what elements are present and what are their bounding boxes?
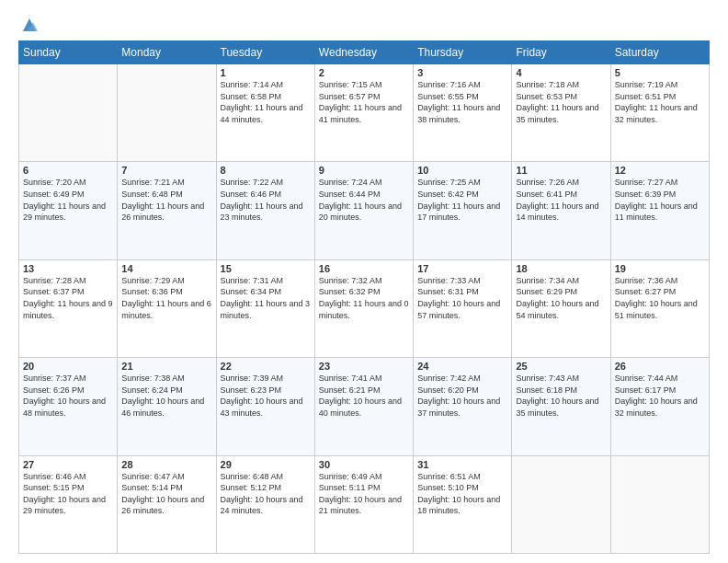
- calendar-cell: 18Sunrise: 7:34 AM Sunset: 6:29 PM Dayli…: [512, 259, 610, 357]
- calendar-day-header: Thursday: [414, 41, 512, 64]
- calendar-cell: 6Sunrise: 7:20 AM Sunset: 6:49 PM Daylig…: [19, 162, 118, 259]
- header: [18, 17, 710, 31]
- day-number: 11: [516, 165, 606, 176]
- day-number: 27: [23, 459, 113, 470]
- day-info: Sunrise: 7:44 AM Sunset: 6:17 PM Dayligh…: [615, 373, 705, 419]
- day-info: Sunrise: 7:15 AM Sunset: 6:57 PM Dayligh…: [319, 79, 409, 125]
- calendar-cell: 31Sunrise: 6:51 AM Sunset: 5:10 PM Dayli…: [414, 455, 512, 553]
- day-number: 7: [121, 165, 211, 176]
- calendar-cell: 30Sunrise: 6:49 AM Sunset: 5:11 PM Dayli…: [314, 455, 413, 553]
- day-number: 10: [417, 165, 507, 176]
- day-info: Sunrise: 7:21 AM Sunset: 6:48 PM Dayligh…: [121, 177, 211, 223]
- calendar-week-row: 20Sunrise: 7:37 AM Sunset: 6:26 PM Dayli…: [19, 358, 710, 455]
- calendar-cell: 3Sunrise: 7:16 AM Sunset: 6:55 PM Daylig…: [414, 64, 512, 162]
- calendar-cell: 13Sunrise: 7:28 AM Sunset: 6:37 PM Dayli…: [19, 259, 118, 357]
- page: SundayMondayTuesdayWednesdayThursdayFrid…: [0, 0, 728, 563]
- calendar-cell: 11Sunrise: 7:26 AM Sunset: 6:41 PM Dayli…: [512, 162, 610, 259]
- calendar-cell: 16Sunrise: 7:32 AM Sunset: 6:32 PM Dayli…: [314, 259, 413, 357]
- calendar-cell: [512, 455, 610, 553]
- calendar-cell: [610, 455, 709, 553]
- calendar-cell: 14Sunrise: 7:29 AM Sunset: 6:36 PM Dayli…: [118, 259, 216, 357]
- calendar-cell: 1Sunrise: 7:14 AM Sunset: 6:58 PM Daylig…: [216, 64, 314, 162]
- day-info: Sunrise: 7:36 AM Sunset: 6:27 PM Dayligh…: [615, 275, 705, 321]
- calendar-cell: 8Sunrise: 7:22 AM Sunset: 6:46 PM Daylig…: [216, 162, 314, 259]
- calendar-cell: 5Sunrise: 7:19 AM Sunset: 6:51 PM Daylig…: [610, 64, 709, 162]
- calendar-cell: 7Sunrise: 7:21 AM Sunset: 6:48 PM Daylig…: [118, 162, 216, 259]
- day-number: 16: [319, 263, 409, 274]
- calendar-cell: 10Sunrise: 7:25 AM Sunset: 6:42 PM Dayli…: [414, 162, 512, 259]
- day-number: 29: [221, 459, 311, 470]
- logo: [18, 17, 40, 31]
- day-number: 13: [23, 263, 113, 274]
- day-number: 17: [417, 263, 507, 274]
- calendar-cell: 19Sunrise: 7:36 AM Sunset: 6:27 PM Dayli…: [610, 259, 709, 357]
- day-number: 26: [615, 361, 705, 372]
- day-info: Sunrise: 7:19 AM Sunset: 6:51 PM Dayligh…: [615, 79, 705, 125]
- calendar-table: SundayMondayTuesdayWednesdayThursdayFrid…: [18, 40, 710, 554]
- day-info: Sunrise: 7:31 AM Sunset: 6:34 PM Dayligh…: [221, 275, 311, 321]
- day-info: Sunrise: 7:24 AM Sunset: 6:44 PM Dayligh…: [319, 177, 409, 223]
- calendar-cell: 9Sunrise: 7:24 AM Sunset: 6:44 PM Daylig…: [314, 162, 413, 259]
- day-number: 8: [221, 165, 311, 176]
- day-number: 2: [319, 67, 409, 78]
- calendar-cell: 27Sunrise: 6:46 AM Sunset: 5:15 PM Dayli…: [19, 455, 118, 553]
- calendar-cell: [118, 64, 216, 162]
- calendar-cell: 22Sunrise: 7:39 AM Sunset: 6:23 PM Dayli…: [216, 358, 314, 455]
- day-info: Sunrise: 7:37 AM Sunset: 6:26 PM Dayligh…: [23, 373, 113, 419]
- day-number: 6: [23, 165, 113, 176]
- day-info: Sunrise: 6:47 AM Sunset: 5:14 PM Dayligh…: [121, 471, 211, 517]
- calendar-day-header: Saturday: [610, 41, 709, 64]
- day-number: 30: [319, 459, 409, 470]
- day-info: Sunrise: 7:27 AM Sunset: 6:39 PM Dayligh…: [615, 177, 705, 223]
- day-info: Sunrise: 7:33 AM Sunset: 6:31 PM Dayligh…: [417, 275, 507, 321]
- day-info: Sunrise: 7:43 AM Sunset: 6:18 PM Dayligh…: [516, 373, 606, 419]
- day-number: 19: [615, 263, 705, 274]
- day-number: 15: [221, 263, 311, 274]
- day-number: 22: [221, 361, 311, 372]
- calendar-day-header: Friday: [512, 41, 610, 64]
- day-info: Sunrise: 7:29 AM Sunset: 6:36 PM Dayligh…: [121, 275, 211, 321]
- calendar-cell: 26Sunrise: 7:44 AM Sunset: 6:17 PM Dayli…: [610, 358, 709, 455]
- day-info: Sunrise: 7:22 AM Sunset: 6:46 PM Dayligh…: [221, 177, 311, 223]
- day-number: 14: [121, 263, 211, 274]
- day-info: Sunrise: 7:18 AM Sunset: 6:53 PM Dayligh…: [516, 79, 606, 125]
- day-info: Sunrise: 7:14 AM Sunset: 6:58 PM Dayligh…: [221, 79, 311, 125]
- calendar-cell: 25Sunrise: 7:43 AM Sunset: 6:18 PM Dayli…: [512, 358, 610, 455]
- calendar-day-header: Wednesday: [314, 41, 413, 64]
- calendar-cell: 28Sunrise: 6:47 AM Sunset: 5:14 PM Dayli…: [118, 455, 216, 553]
- calendar-cell: 20Sunrise: 7:37 AM Sunset: 6:26 PM Dayli…: [19, 358, 118, 455]
- calendar-week-row: 6Sunrise: 7:20 AM Sunset: 6:49 PM Daylig…: [19, 162, 710, 259]
- day-info: Sunrise: 7:20 AM Sunset: 6:49 PM Dayligh…: [23, 177, 113, 223]
- calendar-week-row: 27Sunrise: 6:46 AM Sunset: 5:15 PM Dayli…: [19, 455, 710, 553]
- calendar-cell: 15Sunrise: 7:31 AM Sunset: 6:34 PM Dayli…: [216, 259, 314, 357]
- day-number: 20: [23, 361, 113, 372]
- day-info: Sunrise: 7:25 AM Sunset: 6:42 PM Dayligh…: [417, 177, 507, 223]
- day-info: Sunrise: 7:26 AM Sunset: 6:41 PM Dayligh…: [516, 177, 606, 223]
- day-info: Sunrise: 7:16 AM Sunset: 6:55 PM Dayligh…: [417, 79, 507, 125]
- calendar-week-row: 13Sunrise: 7:28 AM Sunset: 6:37 PM Dayli…: [19, 259, 710, 357]
- day-number: 31: [417, 459, 507, 470]
- day-info: Sunrise: 7:28 AM Sunset: 6:37 PM Dayligh…: [23, 275, 113, 321]
- calendar-cell: 21Sunrise: 7:38 AM Sunset: 6:24 PM Dayli…: [118, 358, 216, 455]
- day-info: Sunrise: 6:49 AM Sunset: 5:11 PM Dayligh…: [319, 471, 409, 517]
- calendar-cell: 4Sunrise: 7:18 AM Sunset: 6:53 PM Daylig…: [512, 64, 610, 162]
- calendar-cell: [19, 64, 118, 162]
- calendar-week-row: 1Sunrise: 7:14 AM Sunset: 6:58 PM Daylig…: [19, 64, 710, 162]
- day-number: 28: [121, 459, 211, 470]
- day-info: Sunrise: 7:34 AM Sunset: 6:29 PM Dayligh…: [516, 275, 606, 321]
- calendar-header-row: SundayMondayTuesdayWednesdayThursdayFrid…: [19, 41, 710, 64]
- day-number: 24: [417, 361, 507, 372]
- day-number: 12: [615, 165, 705, 176]
- logo-icon: [19, 15, 40, 35]
- day-number: 9: [319, 165, 409, 176]
- calendar-day-header: Sunday: [19, 41, 118, 64]
- day-number: 1: [221, 67, 311, 78]
- calendar-day-header: Tuesday: [216, 41, 314, 64]
- calendar-cell: 29Sunrise: 6:48 AM Sunset: 5:12 PM Dayli…: [216, 455, 314, 553]
- day-number: 21: [121, 361, 211, 372]
- day-number: 5: [615, 67, 705, 78]
- day-number: 18: [516, 263, 606, 274]
- calendar-cell: 23Sunrise: 7:41 AM Sunset: 6:21 PM Dayli…: [314, 358, 413, 455]
- calendar-day-header: Monday: [118, 41, 216, 64]
- day-info: Sunrise: 7:38 AM Sunset: 6:24 PM Dayligh…: [121, 373, 211, 419]
